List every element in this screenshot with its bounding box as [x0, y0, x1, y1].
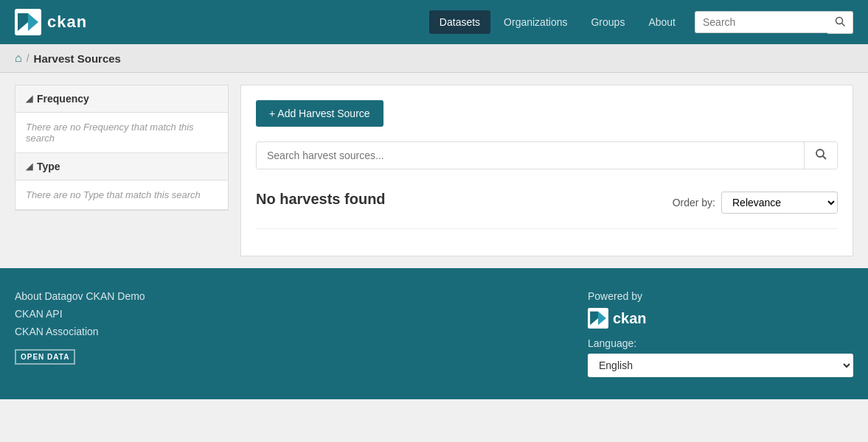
- footer-link-ckan-association[interactable]: CKAN Association: [15, 326, 145, 337]
- harvest-search-button[interactable]: [804, 142, 837, 169]
- order-label: Order by:: [673, 197, 715, 208]
- svg-line-6: [823, 156, 826, 159]
- frequency-empty-message: There are no Frequency that match this s…: [15, 113, 228, 153]
- footer-ckan-logo: ckan: [588, 308, 853, 329]
- results-header: No harvests found Order by: Relevance Na…: [256, 184, 838, 221]
- type-section-header: ◢ Type: [15, 153, 228, 180]
- nav-organizations[interactable]: Organizations: [493, 10, 577, 34]
- nav-datasets[interactable]: Datasets: [429, 10, 490, 34]
- harvest-search-form: [256, 141, 838, 169]
- header-search-input[interactable]: [695, 11, 827, 33]
- brand-name: ckan: [47, 13, 87, 32]
- frequency-filter-icon: ◢: [26, 94, 32, 104]
- page-title: Harvest Sources: [34, 52, 121, 65]
- footer-brand-name: ckan: [613, 310, 647, 327]
- nav-links: Datasets Organizations Groups About: [429, 10, 686, 34]
- breadcrumb-separator: /: [27, 52, 29, 64]
- footer-link-ckan-api[interactable]: CKAN API: [15, 308, 145, 320]
- type-empty-message: There are no Type that match this search: [15, 180, 228, 210]
- footer-right: Powered by ckan Language: English: [588, 290, 853, 377]
- brand-logo[interactable]: ckan: [15, 9, 87, 35]
- content-divider: [256, 228, 838, 229]
- home-link[interactable]: ⌂: [15, 52, 22, 65]
- nav-groups[interactable]: Groups: [580, 10, 635, 34]
- footer-ckan-logo-icon: [588, 308, 608, 329]
- add-harvest-source-button[interactable]: + Add Harvest Source: [256, 100, 383, 127]
- no-results-text: No harvests found: [256, 191, 386, 208]
- main-content: ◢ Frequency There are no Frequency that …: [0, 73, 868, 268]
- navbar: ckan Datasets Organizations Groups About: [0, 0, 868, 44]
- language-label: Language:: [588, 337, 853, 349]
- footer-links: About Datagov CKAN Demo CKAN API CKAN As…: [15, 290, 145, 365]
- footer: About Datagov CKAN Demo CKAN API CKAN As…: [0, 268, 868, 399]
- header-search-button[interactable]: [827, 11, 853, 34]
- sidebar: ◢ Frequency There are no Frequency that …: [15, 85, 229, 256]
- harvest-search-icon: [815, 148, 827, 160]
- order-bar: Order by: Relevance Name Ascending Name …: [673, 184, 838, 221]
- footer-link-about-datagov[interactable]: About Datagov CKAN Demo: [15, 290, 145, 302]
- language-select[interactable]: English: [588, 354, 853, 377]
- type-section-title: Type: [37, 161, 60, 172]
- breadcrumb: ⌂ / Harvest Sources: [0, 44, 868, 73]
- header-search-form: [695, 11, 853, 34]
- harvest-search-input[interactable]: [257, 142, 804, 169]
- frequency-section-header: ◢ Frequency: [15, 85, 228, 113]
- frequency-filter-section: ◢ Frequency There are no Frequency that …: [15, 85, 229, 211]
- open-data-badge: OPEN DATA: [15, 349, 75, 365]
- search-icon: [835, 16, 845, 27]
- svg-line-4: [842, 23, 845, 26]
- order-select[interactable]: Relevance Name Ascending Name Descending…: [721, 192, 838, 214]
- type-filter-icon: ◢: [26, 161, 32, 172]
- nav-about[interactable]: About: [638, 10, 686, 34]
- content-area: + Add Harvest Source No harvests found O…: [240, 85, 853, 256]
- powered-by-text: Powered by: [588, 290, 853, 302]
- frequency-section-title: Frequency: [37, 93, 89, 105]
- ckan-logo-icon: [15, 9, 41, 35]
